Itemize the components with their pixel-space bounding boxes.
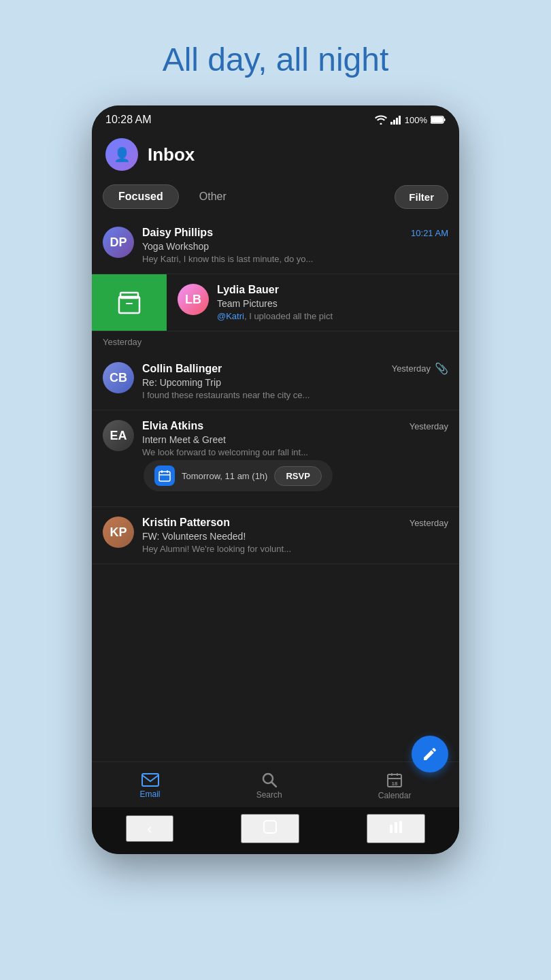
signal-icon bbox=[390, 115, 401, 125]
svg-rect-23 bbox=[390, 825, 393, 833]
svg-rect-7 bbox=[119, 297, 139, 313]
svg-rect-14 bbox=[142, 774, 158, 786]
email-subject-daisy: Yoga Workshop bbox=[142, 241, 448, 252]
svg-rect-6 bbox=[444, 118, 446, 121]
svg-text:18: 18 bbox=[392, 781, 398, 787]
email-item-lydia[interactable]: LB Lydia Bauer Team Pictures @Katri, I u… bbox=[92, 274, 459, 331]
tabs-row: Focused Other Filter bbox=[92, 180, 459, 217]
svg-rect-5 bbox=[431, 117, 443, 122]
svg-rect-11 bbox=[161, 470, 163, 473]
filter-button[interactable]: Filter bbox=[395, 185, 448, 209]
status-time: 10:28 AM bbox=[105, 114, 152, 126]
calendar-nav-icon: 18 bbox=[386, 772, 403, 788]
svg-rect-19 bbox=[397, 773, 398, 776]
inbox-header: 👤 Inbox bbox=[92, 131, 459, 180]
nav-item-search[interactable]: Search bbox=[243, 770, 296, 802]
swipe-archive-action[interactable] bbox=[92, 274, 167, 331]
nav-item-email[interactable]: Email bbox=[127, 770, 174, 802]
email-content-daisy: Daisy Phillips 10:21 AM Yoga Workshop He… bbox=[142, 227, 448, 264]
tab-other[interactable]: Other bbox=[184, 185, 241, 208]
email-content-kristin: Kristin Patterson Yesterday FW: Voluntee… bbox=[142, 517, 448, 554]
svg-rect-1 bbox=[393, 120, 395, 125]
email-item-elvia[interactable]: EA Elvia Atkins Yesterday Intern Meet & … bbox=[92, 410, 459, 507]
email-preview-kristin: Hey Alumni! We're looking for volunt... bbox=[142, 544, 448, 554]
status-icons: 100% bbox=[375, 115, 446, 125]
nav-label-calendar: Calendar bbox=[378, 791, 412, 800]
svg-rect-10 bbox=[159, 472, 170, 481]
compose-fab[interactable] bbox=[412, 736, 448, 772]
back-button[interactable]: ‹ bbox=[126, 815, 174, 842]
event-pill-elvia[interactable]: Tomorrow, 11 am (1h) RSVP bbox=[144, 460, 333, 491]
event-time-text: Tomorrow, 11 am (1h) bbox=[182, 471, 267, 481]
date-divider-yesterday: Yesterday bbox=[92, 331, 459, 353]
svg-rect-22 bbox=[264, 821, 276, 833]
svg-rect-25 bbox=[399, 821, 402, 833]
svg-rect-24 bbox=[395, 822, 397, 833]
email-preview-elvia: We look forward to welcoming our fall in… bbox=[142, 447, 448, 457]
email-item-collin[interactable]: CB Collin Ballinger Yesterday 📎 Re: Upco… bbox=[92, 353, 459, 410]
calendar-event-icon bbox=[154, 466, 175, 486]
svg-line-16 bbox=[271, 782, 276, 787]
avatar-elvia: EA bbox=[103, 420, 134, 451]
inbox-title: Inbox bbox=[148, 144, 195, 165]
email-content-elvia: Elvia Atkins Yesterday Intern Meet & Gre… bbox=[142, 420, 448, 457]
email-subject-kristin: FW: Volunteers Needed! bbox=[142, 531, 448, 542]
system-nav: ‹ bbox=[92, 807, 459, 854]
nav-item-calendar[interactable]: 18 Calendar bbox=[365, 769, 425, 803]
battery-icon bbox=[431, 116, 446, 124]
svg-rect-0 bbox=[390, 122, 393, 125]
svg-rect-3 bbox=[399, 116, 401, 125]
recents-button[interactable] bbox=[367, 814, 425, 843]
email-time-daisy: 10:21 AM bbox=[411, 228, 448, 238]
status-bar: 10:28 AM 100% bbox=[92, 105, 459, 131]
tab-focused[interactable]: Focused bbox=[103, 184, 179, 209]
avatar-kristin: KP bbox=[103, 517, 134, 548]
email-subject-collin: Re: Upcoming Trip bbox=[142, 377, 448, 388]
nav-label-email: Email bbox=[140, 789, 161, 799]
email-list: DP Daisy Phillips 10:21 AM Yoga Workshop… bbox=[92, 217, 459, 762]
email-sender-daisy: Daisy Phillips bbox=[142, 227, 213, 239]
avatar-lydia: LB bbox=[178, 284, 209, 315]
wifi-icon bbox=[375, 115, 387, 125]
email-time-kristin: Yesterday bbox=[410, 518, 448, 528]
email-nav-icon bbox=[141, 773, 159, 787]
email-preview-collin: I found these restaurants near the city … bbox=[142, 390, 448, 400]
email-sender-lydia: Lydia Bauer bbox=[217, 284, 279, 296]
bottom-nav: Email Search 18 Calendar bbox=[92, 762, 459, 807]
mention-katri: @Katri bbox=[217, 311, 244, 321]
email-preview-lydia: @Katri, I uploaded all the pict bbox=[217, 311, 448, 321]
nav-label-search: Search bbox=[256, 790, 282, 800]
email-content-lydia: LB Lydia Bauer Team Pictures @Katri, I u… bbox=[167, 274, 459, 331]
svg-rect-2 bbox=[396, 118, 398, 125]
svg-rect-12 bbox=[167, 470, 168, 473]
attachment-icon-collin: 📎 bbox=[435, 362, 448, 375]
email-subject-elvia: Intern Meet & Greet bbox=[142, 434, 448, 445]
home-button[interactable] bbox=[241, 814, 299, 843]
user-avatar[interactable]: 👤 bbox=[105, 138, 138, 171]
email-time-elvia: Yesterday bbox=[410, 421, 448, 431]
svg-rect-13 bbox=[159, 474, 170, 476]
email-sender-elvia: Elvia Atkins bbox=[142, 420, 203, 432]
svg-rect-8 bbox=[120, 293, 138, 298]
svg-rect-20 bbox=[388, 778, 401, 779]
svg-rect-18 bbox=[391, 773, 393, 776]
phone-frame: 10:28 AM 100% 👤 In bbox=[92, 105, 459, 854]
svg-rect-9 bbox=[126, 303, 133, 304]
email-item-daisy[interactable]: DP Daisy Phillips 10:21 AM Yoga Workshop… bbox=[92, 217, 459, 274]
email-time-collin: Yesterday bbox=[392, 363, 431, 374]
rsvp-button[interactable]: RSVP bbox=[274, 466, 321, 486]
avatar-collin: CB bbox=[103, 362, 134, 393]
email-sender-kristin: Kristin Patterson bbox=[142, 517, 230, 529]
email-preview-daisy: Hey Katri, I know this is last minute, d… bbox=[142, 254, 448, 264]
archive-icon bbox=[118, 291, 141, 314]
email-content-collin: Collin Ballinger Yesterday 📎 Re: Upcomin… bbox=[142, 362, 448, 400]
search-nav-icon bbox=[262, 772, 277, 787]
email-subject-lydia: Team Pictures bbox=[217, 298, 448, 309]
battery-text: 100% bbox=[405, 115, 427, 125]
email-sender-collin: Collin Ballinger bbox=[142, 363, 222, 375]
avatar-daisy: DP bbox=[103, 227, 134, 258]
email-item-kristin[interactable]: KP Kristin Patterson Yesterday FW: Volun… bbox=[92, 507, 459, 564]
page-headline: All day, all night bbox=[163, 41, 389, 78]
